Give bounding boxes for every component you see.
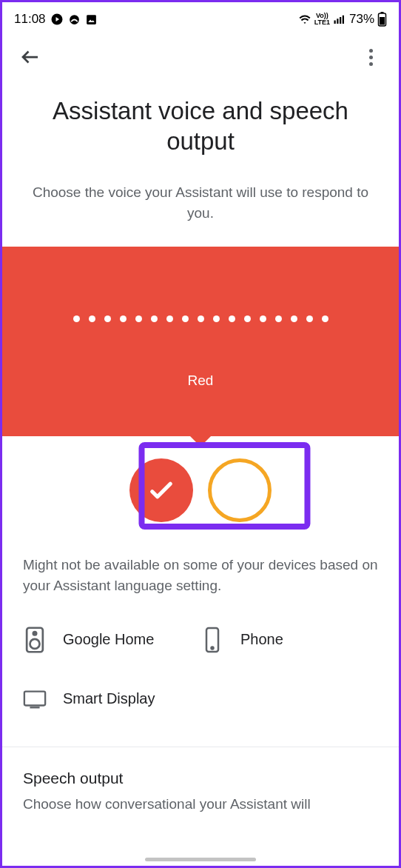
device-smart-display: Smart Display <box>23 684 200 714</box>
app-bar <box>2 33 399 78</box>
image-icon <box>85 13 98 26</box>
svg-point-12 <box>30 638 40 648</box>
speech-output-subtitle: Choose how conversational your Assistant… <box>2 792 399 817</box>
page-subtitle: Choose the voice your Assistant will use… <box>2 164 399 247</box>
status-time: 11:08 <box>14 12 46 27</box>
svg-rect-9 <box>380 17 385 25</box>
home-indicator[interactable] <box>145 858 256 861</box>
device-label: Google Home <box>63 631 154 648</box>
speaker-icon <box>23 625 47 655</box>
device-phone: Phone <box>200 625 378 655</box>
phone-icon <box>200 625 224 655</box>
status-bar: 11:08 Vo)) LTE1 73% <box>2 2 399 33</box>
play-circle-icon <box>50 13 64 26</box>
availability-note: Might not be available on some of your d… <box>2 522 399 604</box>
svg-rect-5 <box>340 17 341 24</box>
display-icon <box>23 684 47 714</box>
battery-percent: 73% <box>349 12 374 27</box>
voice-swatch-row <box>2 436 399 522</box>
svg-point-11 <box>33 632 36 635</box>
voice-preview-panel[interactable]: Red <box>2 247 399 436</box>
back-button[interactable] <box>16 42 45 72</box>
device-label: Smart Display <box>63 690 155 707</box>
device-google-home: Google Home <box>23 625 200 655</box>
signal-icon <box>333 13 346 26</box>
device-list: Google Home Phone Smart Display <box>2 604 399 721</box>
annotation-highlight <box>138 442 310 530</box>
battery-icon <box>377 12 387 27</box>
device-label: Phone <box>240 631 283 648</box>
app-icon <box>68 13 81 26</box>
svg-rect-3 <box>334 21 335 24</box>
selected-voice-label: Red <box>188 373 214 389</box>
speech-output-title[interactable]: Speech output <box>2 747 399 792</box>
svg-point-14 <box>212 647 214 649</box>
network-label: Vo)) LTE1 <box>314 13 330 26</box>
voice-waveform <box>73 316 328 322</box>
page-title: Assistant voice and speech output <box>2 78 399 164</box>
svg-rect-15 <box>24 691 45 705</box>
svg-rect-6 <box>343 16 344 24</box>
svg-rect-4 <box>337 19 338 24</box>
wifi-icon <box>298 13 311 26</box>
more-options-button[interactable] <box>356 42 385 72</box>
svg-rect-2 <box>87 15 96 24</box>
